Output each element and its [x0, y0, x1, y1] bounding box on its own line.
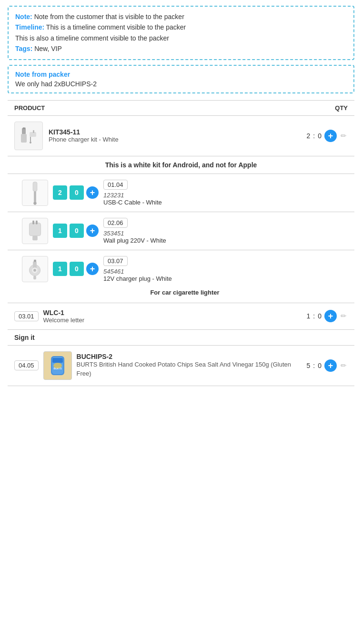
kit-item-name-1: Wall plug 220V - White: [103, 237, 348, 244]
wlc-pencil-icon: [341, 312, 347, 320]
svg-rect-5: [33, 130, 34, 133]
chips-name: BURTS British Hand Cooked Potato Chips S…: [77, 360, 302, 378]
kit-item-info-2: 03.07 545461 12V charger plug - White: [103, 256, 348, 282]
kit-item-total-0: 0: [70, 185, 84, 200]
kit-edit-button[interactable]: [340, 131, 348, 141]
kit-item-info-0: 01.04 123231 USB-C Cable - White: [103, 180, 348, 206]
chips-qty-separator: :: [313, 362, 315, 369]
kit-item-row-2: 1 0 + 03.07 545461 12V charger plug - Wh…: [8, 250, 354, 303]
kit-item-qty-block-1: 1 0 +: [53, 224, 99, 238]
kit-item-row-1: 1 0 + 02.06 353451 Wall plug 220V - Whit…: [8, 212, 354, 250]
chips-info: BUCHIPS-2 BURTS British Hand Cooked Pota…: [77, 353, 302, 378]
wlc-qty-total: 0: [318, 312, 322, 320]
sign-it-text: Sign it: [14, 334, 35, 341]
timeline-line-2: This is also a timeline comment visible …: [15, 33, 347, 43]
kit-description-row: This is a white kit for Android, and not…: [8, 156, 354, 174]
note-text: Note from the customer that is visible t…: [32, 13, 184, 20]
wlc-name: Welcome letter: [43, 317, 302, 324]
chips-add-button[interactable]: +: [324, 359, 337, 372]
product-col-header: PRODUCT: [14, 104, 45, 112]
wlc-product-row: 03.01 WLC-1 Welcome letter 1 : 0 +: [8, 303, 354, 330]
kit-product-info: KIT345-11 Phone charger kit - White: [49, 128, 301, 143]
chips-qty: 5 : 0 +: [307, 359, 348, 372]
svg-rect-4: [30, 132, 36, 137]
kit-item-location-2: 03.07: [103, 256, 128, 266]
wlc-edit-button[interactable]: [340, 311, 348, 321]
kit-item-total-1: 0: [70, 224, 84, 238]
kit-item-packed-1: 1: [53, 224, 67, 238]
wlc-location: 03.01: [14, 311, 39, 321]
kit-item-add-button-0[interactable]: +: [86, 186, 99, 199]
chips-product-row: 04.05 BURTS BUCHIPS-2 BURTS British Hand…: [8, 346, 354, 386]
wlc-qty-packed: 1: [307, 312, 311, 320]
kit-item-location-0: 01.04: [103, 180, 128, 190]
svg-rect-3: [24, 127, 25, 129]
kit-item-image-0: [22, 180, 48, 206]
svg-point-19: [33, 269, 36, 272]
kit-item-add-button-1[interactable]: +: [86, 225, 99, 237]
packer-note-title: Note from packer: [15, 71, 347, 78]
wlc-info: WLC-1 Welcome letter: [43, 309, 302, 324]
svg-rect-10: [33, 202, 37, 204]
kit-item-location-1: 02.06: [103, 218, 128, 228]
kit-item-name-0: USB-C Cable - White: [103, 199, 348, 206]
sign-it-row: Sign it: [8, 330, 354, 346]
note-label: Note:: [15, 13, 32, 20]
kit-product-sku: KIT345-11: [49, 128, 301, 136]
kit-qty-total: 0: [318, 132, 322, 140]
chips-location: 04.05: [14, 360, 39, 370]
wlc-add-button[interactable]: +: [324, 310, 337, 322]
chips-sku: BUCHIPS-2: [77, 353, 302, 360]
svg-rect-11: [29, 223, 40, 235]
svg-rect-13: [36, 220, 38, 224]
note-line: Note: Note from the customer that is vis…: [15, 11, 347, 22]
timeline-text-2: This is also a timeline comment visible …: [15, 34, 169, 42]
timeline-text-1: This is a timeline comment visible to th…: [44, 23, 186, 31]
kit-product-image: [14, 122, 43, 150]
svg-rect-17: [34, 259, 36, 262]
kit-qty-packed: 2: [307, 132, 311, 140]
svg-rect-20: [33, 276, 36, 279]
kit-item-packed-0: 2: [53, 185, 67, 200]
kit-product-qty: 2 : 0 +: [307, 130, 348, 142]
timeline-line-1: Timeline: This is a timeline comment vis…: [15, 22, 347, 32]
kit-item-row-0: 2 0 + 01.04 123231 USB-C Cable - White: [8, 174, 354, 212]
svg-rect-23: [52, 358, 63, 363]
tags-text: New, VIP: [32, 45, 61, 52]
kit-qty-separator: :: [313, 132, 315, 140]
table-header: PRODUCT QTY: [8, 100, 354, 116]
kit-description-text: This is a white kit for Android, and not…: [105, 161, 257, 169]
kit-item-qty-block-2: 1 0 +: [53, 262, 99, 276]
kit-item-qty-block-0: 2 0 +: [53, 185, 99, 200]
kit-item-sku-2: 545461: [103, 268, 348, 275]
pencil-icon: [341, 132, 347, 140]
usbc-svg: [22, 180, 48, 205]
kit-item-add-button-2[interactable]: +: [86, 263, 99, 275]
kit-item-note-2: For car cigarette lighter: [22, 287, 348, 297]
wlc-sku: WLC-1: [43, 309, 302, 317]
kit-item-name-2: 12V charger plug - White: [103, 275, 348, 282]
kit-add-button[interactable]: +: [324, 130, 337, 142]
kit-product-svg: [17, 124, 40, 147]
kit-item-info-1: 02.06 353451 Wall plug 220V - White: [103, 218, 348, 244]
chips-qty-packed: 5: [307, 362, 311, 369]
kit-product-name: Phone charger kit - White: [49, 136, 301, 143]
kit-item-image-2: [22, 256, 48, 282]
tags-label: Tags:: [15, 45, 32, 52]
chips-product-image: BURTS: [43, 351, 72, 380]
timeline-label: Timeline:: [15, 23, 44, 31]
info-box: Note: Note from the customer that is vis…: [8, 6, 354, 60]
svg-point-7: [30, 142, 31, 143]
svg-rect-12: [32, 220, 34, 224]
chips-svg: BURTS: [46, 354, 69, 377]
chips-edit-button[interactable]: [340, 360, 348, 371]
tags-line: Tags: New, VIP: [15, 43, 347, 54]
kit-item-sku-0: 123231: [103, 192, 348, 199]
wlc-qty-separator: :: [313, 312, 315, 320]
packer-note-content: We only had 2xBUCHIPS-2: [15, 80, 347, 88]
chips-qty-total: 0: [318, 362, 322, 369]
svg-rect-8: [33, 182, 37, 191]
kit-product-row: KIT345-11 Phone charger kit - White 2 : …: [8, 116, 354, 156]
kit-item-total-2: 0: [70, 262, 84, 276]
wlc-qty: 1 : 0 +: [307, 310, 348, 322]
